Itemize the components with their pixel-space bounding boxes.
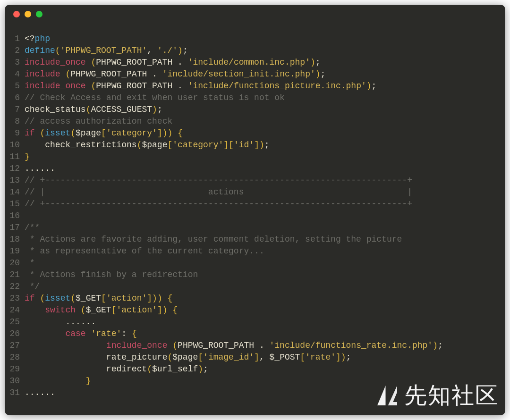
line-number: 13 xyxy=(5,175,25,186)
line-number: 15 xyxy=(5,198,25,210)
code-content[interactable]: if (isset($page['category'])) { xyxy=(25,127,183,139)
line-number: 6 xyxy=(5,92,25,104)
line-number: 9 xyxy=(5,127,25,139)
watermark-text: 先知社区 xyxy=(404,380,499,411)
code-content[interactable]: */ xyxy=(25,281,40,293)
code-line[interactable]: 27 include_once (PHPWG_ROOT_PATH . 'incl… xyxy=(5,340,505,352)
code-line[interactable]: 11} xyxy=(5,151,505,163)
code-line[interactable]: 19 * as representative of the current ca… xyxy=(5,245,505,257)
code-content[interactable]: * Actions finish by a redirection xyxy=(25,269,198,281)
line-number: 16 xyxy=(5,210,25,222)
line-number: 25 xyxy=(5,316,25,328)
code-editor[interactable]: 1<?php2define('PHPWG_ROOT_PATH', './');3… xyxy=(5,24,505,399)
line-number: 3 xyxy=(5,57,25,68)
code-content[interactable]: include_once (PHPWG_ROOT_PATH . 'include… xyxy=(25,340,443,352)
code-line[interactable]: 28 rate_picture($page['image_id'], $_POS… xyxy=(5,352,505,363)
code-content[interactable]: case 'rate': { xyxy=(25,328,137,340)
code-content[interactable]: define('PHPWG_ROOT_PATH', './'); xyxy=(25,45,188,57)
line-number: 18 xyxy=(5,234,25,245)
line-number: 10 xyxy=(5,139,25,151)
code-content[interactable]: check_restrictions($page['category']['id… xyxy=(25,139,270,151)
line-number: 17 xyxy=(5,222,25,234)
code-content[interactable]: * xyxy=(25,257,35,269)
code-content[interactable]: <?php xyxy=(25,33,50,45)
code-line[interactable]: 25 ...... xyxy=(5,316,505,328)
code-line[interactable]: 8// access authorization check xyxy=(5,116,505,127)
line-number: 19 xyxy=(5,245,25,257)
code-line[interactable]: 9if (isset($page['category'])) { xyxy=(5,127,505,139)
code-content[interactable]: // +------------------------------------… xyxy=(25,198,412,210)
code-content[interactable]: // | actions | xyxy=(25,186,412,198)
watermark: 先知社区 xyxy=(374,380,499,411)
code-content[interactable]: /** xyxy=(25,222,40,234)
line-number: 21 xyxy=(5,269,25,281)
code-line[interactable]: 5include_once (PHPWG_ROOT_PATH . 'includ… xyxy=(5,80,505,92)
code-content[interactable]: } xyxy=(25,375,91,387)
line-number: 23 xyxy=(5,293,25,304)
line-number: 7 xyxy=(5,104,25,116)
code-line[interactable]: 15// +----------------------------------… xyxy=(5,198,505,210)
line-number: 24 xyxy=(5,304,25,316)
code-line[interactable]: 18 * Actions are favorite adding, user c… xyxy=(5,234,505,245)
line-number: 8 xyxy=(5,116,25,127)
code-content[interactable]: redirect($url_self); xyxy=(25,363,208,375)
code-line[interactable]: 3include_once (PHPWG_ROOT_PATH . 'includ… xyxy=(5,57,505,68)
code-line[interactable]: 24 switch ($_GET['action']) { xyxy=(5,304,505,316)
xianzhi-logo-icon xyxy=(374,382,400,409)
code-line[interactable]: 16 xyxy=(5,210,505,222)
svg-marker-0 xyxy=(377,386,386,405)
line-number: 20 xyxy=(5,257,25,269)
code-content[interactable]: ...... xyxy=(25,163,55,175)
code-content[interactable]: // +------------------------------------… xyxy=(25,175,412,186)
code-content[interactable]: include_once (PHPWG_ROOT_PATH . 'include… xyxy=(25,57,321,68)
line-number: 5 xyxy=(5,80,25,92)
code-line[interactable]: 14// | actions | xyxy=(5,186,505,198)
code-window: 1<?php2define('PHPWG_ROOT_PATH', './');3… xyxy=(5,5,505,415)
code-content[interactable]: check_status(ACCESS_GUEST); xyxy=(25,104,162,116)
code-line[interactable]: 29 redirect($url_self); xyxy=(5,363,505,375)
code-content[interactable]: } xyxy=(25,151,30,163)
code-line[interactable]: 20 * xyxy=(5,257,505,269)
line-number: 12 xyxy=(5,163,25,175)
code-line[interactable]: 4include (PHPWG_ROOT_PATH . 'include/sec… xyxy=(5,68,505,80)
line-number: 11 xyxy=(5,151,25,163)
line-number: 31 xyxy=(5,387,25,399)
code-line[interactable]: 1<?php xyxy=(5,33,505,45)
code-content[interactable]: // Check Access and exit when user statu… xyxy=(25,92,285,104)
line-number: 29 xyxy=(5,363,25,375)
code-line[interactable]: 12...... xyxy=(5,163,505,175)
line-number: 22 xyxy=(5,281,25,293)
titlebar xyxy=(5,5,505,24)
code-line[interactable]: 26 case 'rate': { xyxy=(5,328,505,340)
code-content[interactable]: include_once (PHPWG_ROOT_PATH . 'include… xyxy=(25,80,376,92)
line-number: 27 xyxy=(5,340,25,352)
line-number: 30 xyxy=(5,375,25,387)
code-content[interactable]: if (isset($_GET['action'])) { xyxy=(25,293,172,304)
code-content[interactable]: switch ($_GET['action']) { xyxy=(25,304,178,316)
zoom-icon[interactable] xyxy=(36,11,42,17)
code-line[interactable]: 10 check_restrictions($page['category'][… xyxy=(5,139,505,151)
code-line[interactable]: 13// +----------------------------------… xyxy=(5,175,505,186)
minimize-icon[interactable] xyxy=(25,11,31,17)
code-line[interactable]: 7check_status(ACCESS_GUEST); xyxy=(5,104,505,116)
line-number: 28 xyxy=(5,352,25,363)
code-line[interactable]: 22 */ xyxy=(5,281,505,293)
code-content[interactable]: // access authorization check xyxy=(25,116,172,127)
code-line[interactable]: 17/** xyxy=(5,222,505,234)
code-line[interactable]: 21 * Actions finish by a redirection xyxy=(5,269,505,281)
code-line[interactable]: 6// Check Access and exit when user stat… xyxy=(5,92,505,104)
code-content[interactable]: include (PHPWG_ROOT_PATH . 'include/sect… xyxy=(25,68,325,80)
code-content[interactable]: ...... xyxy=(25,316,96,328)
line-number: 1 xyxy=(5,33,25,45)
code-line[interactable]: 2define('PHPWG_ROOT_PATH', './'); xyxy=(5,45,505,57)
code-content[interactable]: rate_picture($page['image_id'], $_POST['… xyxy=(25,352,351,363)
line-number: 26 xyxy=(5,328,25,340)
close-icon[interactable] xyxy=(13,11,20,17)
line-number: 14 xyxy=(5,186,25,198)
code-content[interactable]: ...... xyxy=(25,387,55,399)
code-content[interactable]: * as representative of the current categ… xyxy=(25,245,264,257)
line-number: 4 xyxy=(5,68,25,80)
svg-marker-1 xyxy=(388,386,397,405)
code-content[interactable]: * Actions are favorite adding, user comm… xyxy=(25,234,402,245)
code-line[interactable]: 23if (isset($_GET['action'])) { xyxy=(5,293,505,304)
